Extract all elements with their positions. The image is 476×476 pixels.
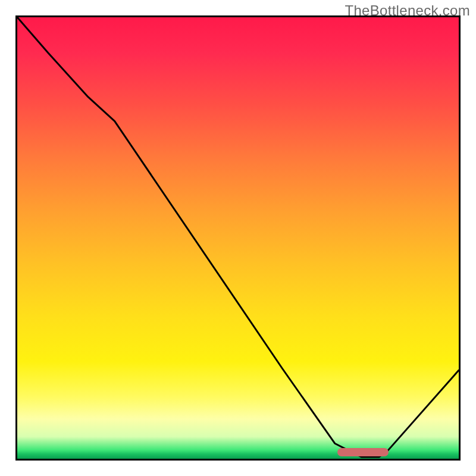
watermark-text: TheBottleneck.com <box>345 2 470 19</box>
curve-line <box>17 17 459 459</box>
plot-area <box>15 15 461 461</box>
curve-path <box>17 17 459 457</box>
optimal-range-marker <box>337 448 389 456</box>
bottleneck-chart: TheBottleneck.com <box>0 0 476 476</box>
